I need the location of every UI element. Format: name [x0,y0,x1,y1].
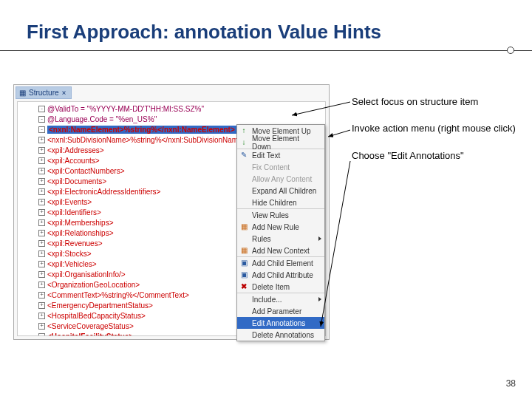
tree-label: <xpil:OrganisationInfo/> [47,270,126,279]
expand-handle[interactable]: + [38,230,45,236]
expand-handle[interactable]: + [38,157,45,164]
menu-item[interactable]: Rules [237,233,324,245]
expand-handle[interactable]: + [38,302,45,309]
expand-handle[interactable]: + [38,188,45,195]
menu-item-label: Add Parameter [252,307,301,316]
tree-label: <xpil:Vehicles> [47,260,97,268]
tree-label: <HospitalFacilityStatus> [47,332,133,337]
tree-label: <xpil:ContactNumbers> [47,167,125,175]
menu-item-label: Delete Annotations [252,331,314,339]
callout-edit-annotations: Choose "Edit Annotations" [352,150,519,162]
tree-row[interactable]: -@ValidTo = "%YYYY-MM-DD'T'HH:MI:SS.SZ%" [18,103,325,114]
menu-item-label: Add New Rule [252,223,299,231]
callout-group: Select focus on structure item Invoke ac… [352,96,519,177]
menu-item-label: Add New Context [252,247,310,255]
expand-handle[interactable]: + [38,261,45,267]
close-icon[interactable]: × [62,89,66,97]
menu-item[interactable]: Hide Children [237,197,324,208]
menu-item-label: View Rules [252,211,289,219]
tree-label: <xpil:Relationships> [47,229,114,237]
tree-row[interactable]: -@Language.Code = "%en_US%" [18,114,325,124]
menu-item[interactable]: Allow Any Content [237,173,324,185]
menu-item-label: Allow Any Content [252,175,312,183]
menu-item[interactable]: Delete Annotations [237,329,324,341]
tree-label: <xpil:Accounts> [47,157,100,165]
menu-item-label: Add Child Element [252,259,313,267]
tree-label: <xpil:Documents> [47,177,106,185]
expand-handle[interactable]: + [38,178,45,185]
decorative-circle-icon [507,47,514,54]
menu-item[interactable]: Include... [237,293,324,305]
menu-item-label: Edit Annotations [252,319,305,327]
menu-item[interactable]: Expand All Children [237,185,324,197]
menu-item[interactable]: ▦Add New Rule [237,221,324,233]
tree-label: <CommentText>%string%</CommentText> [47,291,189,299]
structure-tab-label: Structure [29,89,59,97]
menu-item-label: Hide Children [252,199,297,207]
expand-handle[interactable]: + [38,323,45,330]
add-new-rule-icon: ▦ [239,222,248,231]
menu-item[interactable]: ▦Add New Context [237,245,324,256]
expand-handle[interactable]: + [38,240,45,247]
tree-label: @Language.Code = "%en_US%" [47,115,157,123]
tree-label: <ServiceCoverageStatus> [47,322,134,330]
add-child-attribute-icon: ▣ [239,270,248,279]
menu-item[interactable]: ✖Delete Item [237,281,324,293]
tree-label: <EmergencyDepartmentStatus> [47,301,153,310]
tree-label: <HospitalBedCapacityStatus> [47,312,146,320]
tree-label: <xpil:Revenues> [47,239,103,248]
expand-handle[interactable]: + [38,250,45,257]
menu-item-label: Include... [252,296,282,304]
slide-title: First Approach: annotation Value Hints [0,0,532,47]
page-number: 38 [506,378,516,389]
expand-handle[interactable]: + [38,137,45,143]
divider [0,47,532,55]
tree-label: <xpil:Addresses> [47,146,104,154]
tree-label: <xpil:Stocks> [47,250,91,258]
expand-handle[interactable]: + [38,292,45,299]
expand-handle[interactable]: - [38,126,45,133]
menu-item[interactable]: ▣Add Child Element [237,257,324,269]
move-element-down-icon: ↓ [239,138,248,147]
expand-handle[interactable]: + [38,209,45,216]
svg-line-1 [328,130,350,137]
menu-item-label: Fix Content [252,163,290,171]
menu-item-label: Add Child Attribute [252,271,313,279]
menu-item[interactable]: Edit Annotations [237,317,324,329]
menu-item-label: Edit Text [252,151,280,160]
context-menu[interactable]: ↑Move Element Up↓Move Element Down✎Edit … [236,124,325,341]
expand-handle[interactable]: + [38,313,45,319]
menu-item[interactable]: View Rules [237,209,324,221]
expand-handle[interactable]: + [38,168,45,174]
expand-handle[interactable]: + [38,219,45,226]
menu-item[interactable]: ↓Move Element Down [237,137,324,149]
menu-item[interactable]: ▣Add Child Attribute [237,269,324,281]
expand-handle[interactable]: + [38,147,45,154]
menu-item[interactable]: Add Parameter [237,305,324,317]
expand-handle[interactable]: - [38,106,45,112]
expand-handle[interactable]: + [38,282,45,288]
tree-label: <nxnl:NameElement>%string%</nxnl:NameEle… [47,126,236,134]
tree-label: <OrganizationGeoLocation> [47,281,140,289]
expand-handle[interactable]: - [38,333,45,337]
add-new-context-icon: ▦ [239,246,248,255]
menu-item[interactable]: Fix Content [237,161,324,173]
callout-select-focus: Select focus on structure item [352,96,519,108]
menu-item[interactable]: ✎Edit Text [237,149,324,161]
menu-item-label: Move Element Down [252,134,320,151]
menu-item-label: Delete Item [252,283,290,291]
expand-handle[interactable]: + [38,199,45,205]
add-child-element-icon: ▣ [239,259,248,267]
expand-handle[interactable]: - [38,116,45,123]
structure-tab[interactable]: ▦ Structure × [16,86,72,99]
menu-item-label: Move Element Up [252,127,310,135]
tree-label: <xpil:Identifiers> [47,208,101,216]
callout-invoke-menu: Invoke action menu (right mouse click) [352,123,519,134]
tree-label: <nxnl:SubDivisionName>%string%</nxnl:Sub… [47,136,247,144]
move-element-up-icon: ↑ [239,126,248,135]
grid-icon: ▦ [19,89,26,97]
expand-handle[interactable]: + [38,271,45,278]
tree-label: <xpil:Events> [47,198,92,206]
tree-label: @ValidTo = "%YYYY-MM-DD'T'HH:MI:SS.SZ%" [47,105,204,113]
menu-item-label: Rules [252,235,271,243]
